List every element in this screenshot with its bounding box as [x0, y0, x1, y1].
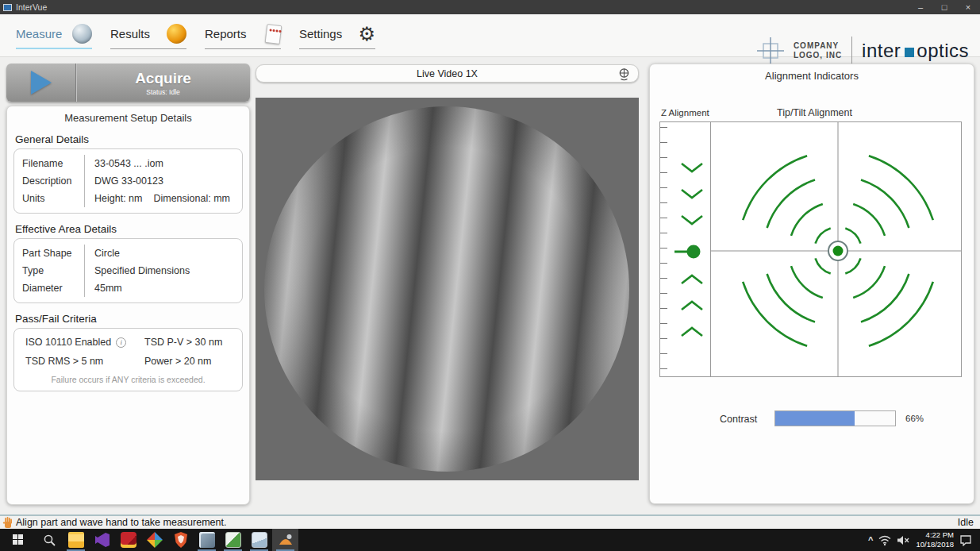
contrast-value: 66%: [905, 414, 924, 423]
search-icon: [43, 534, 56, 547]
part-shape-label: Part Shape: [22, 245, 84, 262]
z-ruler-ticks: [660, 127, 667, 373]
tab-measure[interactable]: Measure: [16, 21, 92, 49]
contrast-label: Contrast: [720, 414, 757, 425]
play-zone[interactable]: [6, 64, 76, 102]
taskbar-vscode[interactable]: [89, 529, 115, 551]
tab-settings[interactable]: Settings ⚙: [299, 21, 375, 49]
live-video-header: Live Video 1X: [256, 64, 639, 83]
title-bar: InterVue – □ ×: [0, 0, 980, 14]
description-value: DWG 33-00123: [94, 172, 242, 190]
live-video-view: [256, 98, 639, 480]
maximize-button[interactable]: □: [932, 0, 956, 14]
app-state: Idle: [958, 517, 974, 528]
alignment-indicators-panel: Alignment Indicators Z Alignment Tip/Til…: [649, 64, 974, 504]
tab-results[interactable]: Results: [110, 21, 186, 49]
start-button[interactable]: [0, 529, 37, 551]
pass-fail-heading: Pass/Fail Criteria: [15, 313, 249, 325]
company-logo-text: COMPANY LOGO, INC: [794, 41, 842, 61]
info-icon[interactable]: i: [116, 337, 126, 348]
window-title: InterVue: [16, 2, 47, 12]
tab-reports[interactable]: Reports: [205, 21, 281, 49]
main-nav: Measure Results Reports Settings ⚙: [16, 21, 375, 49]
app-icon: [3, 4, 12, 11]
gear-icon: ⚙: [358, 25, 375, 44]
z-position-dot: [687, 245, 701, 259]
type-value: Specified Dimensions: [94, 262, 242, 279]
effective-area-heading: Effective Area Details: [15, 223, 249, 235]
general-details-heading: General Details: [15, 133, 249, 145]
taskbar-clock[interactable]: 4:22 PM 10/18/2018: [916, 530, 954, 550]
tray-chevron-icon[interactable]: ^: [868, 535, 873, 545]
filename-label: Filename: [22, 155, 84, 172]
close-button[interactable]: ×: [956, 0, 980, 14]
z-alignment-indicator: [659, 121, 711, 377]
lens-sphere-icon: [72, 24, 92, 44]
iso-criteria: ISO 10110 Enabled i: [25, 335, 144, 349]
taskbar-app-10[interactable]: [246, 529, 272, 551]
power-criteria: Power > 20 nm: [144, 354, 242, 368]
part-shape-value: Circle: [94, 245, 242, 262]
vscode-icon: [94, 532, 110, 548]
tiptilt-alignment-label: Tip/Tilt Alignment: [777, 107, 852, 118]
diameter-label: Diameter: [22, 279, 84, 297]
contrast-fill: [775, 411, 855, 426]
tsd-pv-criteria: TSD P-V > 30 nm: [144, 335, 242, 349]
general-details-box: Filename Description Units 33-0543 ... .…: [13, 148, 243, 214]
minimize-button[interactable]: –: [909, 0, 932, 14]
pass-fail-note: Failure occurs if ANY criteria is exceed…: [25, 375, 231, 384]
wifi-icon[interactable]: [878, 535, 891, 545]
units-label: Units: [22, 190, 84, 207]
amber-sphere-icon: [167, 24, 186, 44]
alignment-title: Alignment Indicators: [650, 64, 974, 82]
taskbar-file-explorer[interactable]: [63, 529, 89, 551]
taskbar-intervue-active[interactable]: [272, 529, 298, 551]
webcam-icon[interactable]: [617, 67, 631, 82]
hand-icon: [2, 517, 13, 529]
blue-doc-app-icon: [252, 532, 267, 548]
play-icon: [31, 71, 52, 94]
branding: COMPANY LOGO, INC inter optics: [757, 37, 969, 65]
brand-square-icon: [905, 48, 914, 57]
filename-value: 33-0543 ... .iom: [94, 155, 242, 172]
taskbar-app-red[interactable]: [115, 529, 141, 551]
app-header: Measure Results Reports Settings ⚙ COMPA…: [0, 14, 980, 57]
taskbar-brave[interactable]: [167, 529, 194, 551]
windows-taskbar: ^ 4:22 PM 10/18/2018: [0, 529, 980, 551]
brave-shield-icon: [174, 532, 188, 548]
taskbar-app-9[interactable]: [220, 529, 246, 551]
pass-fail-box: ISO 10110 Enabled i TSD P-V > 30 nm TSD …: [13, 328, 243, 391]
company-logo-icon: [757, 37, 784, 64]
red-app-icon: [121, 532, 136, 548]
type-label: Type: [22, 262, 84, 279]
acquire-button[interactable]: Acquire Status: Idle: [6, 64, 250, 102]
intervue-app-icon: [278, 532, 294, 548]
units-value: Height: nm Dimensional: mm: [94, 190, 242, 207]
taskbar-app-8[interactable]: [194, 529, 220, 551]
description-label: Description: [22, 172, 84, 190]
tiptilt-center-dot: [833, 246, 844, 256]
diamond-app-icon: [147, 532, 163, 548]
gray-app-icon: [199, 532, 215, 548]
acquire-label: Acquire: [135, 70, 191, 87]
action-center-icon[interactable]: [959, 534, 972, 546]
report-document-icon: [265, 23, 282, 44]
file-explorer-icon: [68, 532, 84, 548]
speaker-mute-icon[interactable]: [897, 535, 910, 545]
taskbar-search-button[interactable]: [37, 529, 63, 551]
windows-logo-icon: [13, 534, 24, 545]
setup-panel-title: Measurement Setup Details: [7, 106, 249, 124]
interferogram-fringes: [264, 106, 629, 472]
product-logo: inter optics: [862, 40, 969, 62]
tsd-rms-criteria: TSD RMS > 5 nm: [25, 354, 144, 368]
z-alignment-label: Z Alignment: [661, 108, 709, 118]
brand-divider: [851, 37, 852, 65]
live-video-title: Live Video 1X: [417, 68, 478, 79]
tiptilt-alignment-indicator: [710, 121, 962, 377]
taskbar-app-diamond[interactable]: [141, 529, 167, 551]
clock-date: 10/18/2018: [916, 540, 954, 549]
effective-area-box: Part Shape Type Diameter Circle Specifie…: [13, 238, 243, 303]
measurement-setup-panel: Measurement Setup Details General Detail…: [6, 106, 250, 505]
diameter-value: 45mm: [94, 279, 242, 297]
acquire-status: Status: Idle: [146, 88, 180, 96]
